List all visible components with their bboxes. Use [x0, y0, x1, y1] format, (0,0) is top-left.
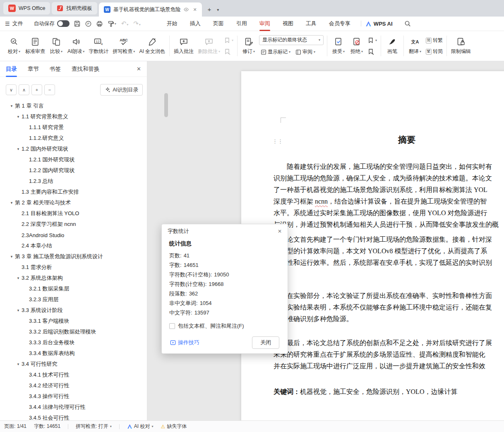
toc-item[interactable]: ▾ 2.3Android Studio [0, 230, 147, 240]
toc-item[interactable]: ▾ 3.4 可行性研究 [0, 359, 147, 370]
markup-state-dropdown[interactable]: 显示标记的最终状态 ▾ [259, 35, 324, 45]
ai-polish-button[interactable]: AI 全文润色 [137, 33, 167, 59]
toc-item[interactable]: ▾ 3.3.2 后端识别数据处理模块 [0, 326, 147, 337]
expand-triangle-icon[interactable]: ▾ [15, 115, 22, 119]
scrollbar-thumb[interactable] [164, 93, 168, 117]
to-traditional-button[interactable]: 简 转繁 [425, 36, 444, 45]
toc-item[interactable]: ▾ 3.3.3 后台业务模块 [0, 337, 147, 348]
tab-list-chevron-icon[interactable]: ▾ [217, 7, 219, 12]
previous-change-button[interactable]: ▾ [366, 36, 378, 45]
search-button[interactable] [404, 20, 411, 27]
compare-button[interactable]: 比较▾ [47, 33, 65, 59]
ai-read-aloud-button[interactable]: AI朗读▾ [65, 33, 86, 59]
tab-close-icon[interactable]: ✕ [193, 7, 197, 12]
word-count-button[interactable]: 124 字数统计 [86, 33, 110, 59]
reject-button[interactable]: 拒绝▾ [348, 33, 366, 59]
toc-item[interactable]: ▾ 1.1 研究背景和意义 [0, 111, 147, 122]
proofread-button[interactable]: 校对▾ [5, 33, 23, 59]
expand-triangle-icon[interactable]: ▾ [15, 308, 22, 312]
ribbon-tab[interactable]: 引用 [230, 17, 253, 31]
toc-item[interactable]: ▾ 1.3 主要内容和工作安排 [0, 187, 147, 197]
wps-ai-button[interactable]: WPS AI [365, 21, 393, 27]
print-button[interactable] [96, 20, 103, 27]
ribbon-tab[interactable]: 插入 [184, 17, 207, 31]
close-button[interactable]: 关闭 [252, 336, 279, 349]
toc-item[interactable]: ▾ 3.4.5 社会可行性 [0, 413, 147, 420]
format-painter-button[interactable]: ▾ [107, 20, 116, 27]
delete-comment-button[interactable]: 删除批注▾ [196, 33, 222, 59]
toc-collapse-button[interactable]: ∨ [6, 84, 17, 95]
toc-item[interactable]: ▾ 3.2.1 数据采集层 [0, 283, 147, 294]
next-change-button[interactable] [366, 47, 378, 56]
previous-comment-button[interactable]: ▾ [223, 36, 235, 45]
expand-triangle-icon[interactable]: ▾ [15, 147, 22, 151]
toc-item[interactable]: ▾ 第 2 章 相关理论与技术 [0, 197, 147, 208]
toc-item[interactable]: ▾ 1.2.1 国外研究现状 [0, 154, 147, 165]
expand-triangle-icon[interactable]: ▾ [15, 276, 22, 280]
toc-item[interactable]: ▾ 1.2.3 总结 [0, 176, 147, 187]
checkbox-unchecked[interactable] [169, 323, 175, 329]
to-simplified-button[interactable]: 繁 转简 [425, 47, 444, 56]
ai-proofread-status[interactable]: AI 校对 ▾ [127, 423, 154, 430]
show-markup-button[interactable]: 显示标记 ▾ [259, 47, 292, 57]
sidebar-close-icon[interactable]: ✕ [137, 66, 141, 72]
tips-link[interactable]: 操作技巧 [170, 339, 199, 346]
toc-item[interactable]: ▾ 2.4 本章小结 [0, 240, 147, 251]
dialog-close-icon[interactable]: ✕ [278, 228, 282, 234]
toc-item[interactable]: ▾ 1.1.1 研究背景 [0, 122, 147, 133]
expand-triangle-icon[interactable]: ▾ [8, 201, 15, 205]
redo-button[interactable]: ↷▾ [133, 20, 141, 27]
sidebar-tab[interactable]: 书签 [50, 61, 61, 77]
toc-item[interactable]: ▾ 第 1 章 引言 [0, 101, 147, 111]
paragraph-drag-handle[interactable]: ⋮⋮ [272, 139, 283, 144]
ribbon-tab[interactable]: 审阅 [253, 17, 276, 31]
standard-review-button[interactable]: 标准审查 [23, 33, 47, 59]
autosave-toggle[interactable] [57, 20, 70, 27]
ribbon-tab[interactable]: 开始 [161, 17, 184, 31]
dialog-titlebar[interactable]: 字数统计 ✕ [162, 224, 288, 238]
accept-button[interactable]: 接受▾ [329, 33, 348, 59]
track-changes-button[interactable]: 修订▾ [240, 33, 258, 59]
toc-item[interactable]: ▾ 3.4.4 法律与伦理可行性 [0, 402, 147, 413]
toc-item[interactable]: ▾ 1.1.2.研究意义 [0, 133, 147, 144]
insert-comment-button[interactable]: 插入批注 [172, 33, 196, 59]
pen-button[interactable]: 画笔 [383, 33, 401, 59]
toc-zoom-in-button[interactable]: + [31, 84, 42, 95]
ribbon-tab[interactable]: 页面 [207, 17, 230, 31]
translate-button[interactable]: 文A 翻译▾ [406, 33, 424, 59]
save-button[interactable] [74, 20, 81, 27]
file-menu-button[interactable]: ☰ 文件 [5, 20, 23, 27]
toc-item[interactable]: ▾ 3.4.3 操作可行性 [0, 391, 147, 402]
expand-triangle-icon[interactable]: ▾ [8, 104, 15, 108]
toc-item[interactable]: ▾ 第 3 章 施工场景危险源识别系统设计 [0, 251, 147, 262]
toc-item[interactable]: ▾ 1.2.2 国内研究现状 [0, 165, 147, 176]
toc-item[interactable]: ▾ 3.3.1 客户端模块 [0, 316, 147, 326]
sidebar-tab[interactable]: 目录 [6, 61, 17, 77]
ribbon-tab[interactable]: 视图 [276, 17, 300, 31]
page-indicator[interactable]: 页面: 1/41 [4, 423, 26, 430]
toc-item[interactable]: ▾ 3.3.4 数据库表结构 [0, 348, 147, 359]
sidebar-tab[interactable]: 章节 [28, 61, 39, 77]
undo-button[interactable]: ↶▾ [121, 20, 129, 27]
tab-docer-templates[interactable]: 找稻壳模板 [52, 2, 97, 14]
restrict-editing-button[interactable]: 限制编辑 [449, 33, 473, 59]
toc-item[interactable]: ▾ 2.2 深度学习框架 ncnn [0, 219, 147, 230]
spell-check-button[interactable]: ABC 拼写检查▾ [110, 33, 137, 59]
tab-document-active[interactable]: W 基于机器视觉的施工场景危险 ✕ [99, 2, 202, 17]
tab-wps-office[interactable]: W WPS Office [3, 2, 50, 14]
toc-zoom-out-button[interactable]: − [44, 84, 55, 95]
toc-item[interactable]: ▾ 3.4.1 技术可行性 [0, 370, 147, 380]
next-comment-button[interactable] [223, 47, 235, 56]
toc-item[interactable]: ▾ 3.3 系统设计阶段 [0, 305, 147, 316]
review-pane-button[interactable]: 审阅 ▾ [294, 47, 317, 57]
new-tab-button[interactable]: + [208, 6, 211, 13]
sidebar-tab[interactable]: 查找和替换 [72, 61, 100, 77]
word-count-indicator[interactable]: 字数: 14651 [34, 423, 60, 430]
ribbon-tab[interactable]: 会员专享 [323, 17, 357, 31]
ai-recognize-toc-button[interactable]: AI识别目录 [100, 84, 143, 96]
toc-item[interactable]: ▾ 3.1 需求分析 [0, 262, 147, 273]
toc-item[interactable]: ▾ 3.2.3 应用层 [0, 294, 147, 305]
toc-item[interactable]: ▾ 3.2 系统总体架构 [0, 273, 147, 283]
toc-expand-button[interactable]: ∧ [19, 84, 29, 95]
export-pdf-button[interactable]: P [85, 20, 92, 27]
